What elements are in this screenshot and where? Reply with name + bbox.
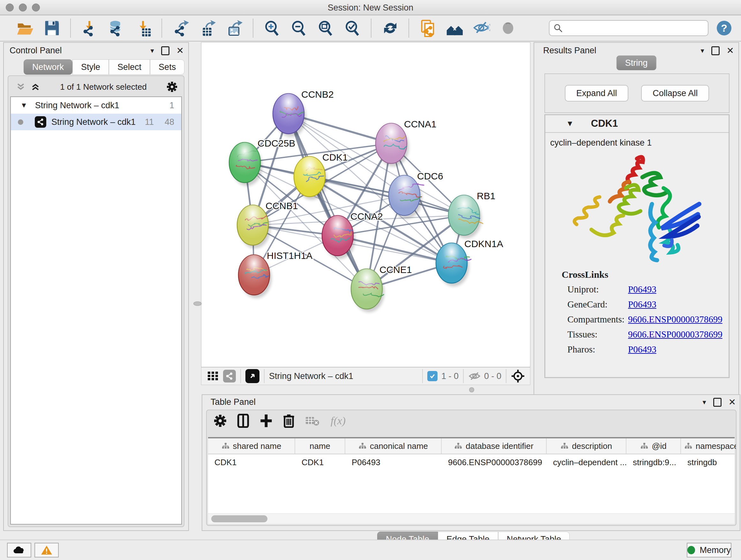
network-node-CCNB2[interactable] bbox=[273, 94, 306, 137]
collection-expander-icon[interactable]: ▼ bbox=[20, 101, 27, 110]
node-label-HIST1H1A: HIST1H1A bbox=[267, 250, 313, 261]
open-session-icon[interactable] bbox=[16, 19, 34, 37]
export-network-icon[interactable] bbox=[172, 19, 190, 37]
zoom-selected-icon[interactable] bbox=[343, 19, 361, 37]
table-row[interactable]: CDK1CDK1P064939606.ENSP00000378699cyclin… bbox=[208, 454, 735, 470]
results-panel-collapse-icon[interactable]: ▾ bbox=[700, 47, 704, 55]
collapse-all-button[interactable]: Collapse All bbox=[641, 85, 709, 102]
bottom-splitter-handle[interactable] bbox=[469, 387, 474, 392]
tab-style[interactable]: Style bbox=[72, 59, 109, 75]
search-box[interactable] bbox=[549, 20, 709, 36]
network-node-CCNA2[interactable] bbox=[322, 215, 355, 259]
node-label-CCNB1: CCNB1 bbox=[266, 200, 298, 211]
selected-checkbox-icon[interactable] bbox=[427, 371, 437, 381]
table-cell: CDK1 bbox=[208, 454, 295, 470]
column-header-description[interactable]: description bbox=[547, 438, 626, 454]
results-panel-close-icon[interactable]: ✕ bbox=[727, 45, 734, 56]
network-options-gear-icon[interactable] bbox=[166, 81, 178, 92]
expand-all-networks-icon[interactable] bbox=[30, 82, 40, 91]
network-node-count: 11 bbox=[145, 117, 154, 127]
string-home-icon[interactable] bbox=[446, 19, 463, 37]
import-network-icon[interactable] bbox=[80, 19, 98, 37]
card-expander-icon[interactable]: ▼ bbox=[566, 119, 574, 128]
node-label-CDC25B: CDC25B bbox=[258, 138, 295, 148]
table-cell: stringdb:9... bbox=[626, 454, 681, 470]
network-share-icon[interactable] bbox=[223, 370, 236, 382]
help-button[interactable]: ? bbox=[717, 21, 731, 36]
zoom-fit-icon[interactable] bbox=[317, 19, 334, 37]
column-header-namespace[interactable]: namespace bbox=[681, 438, 737, 454]
network-view-canvas[interactable]: CCNB2CCNA1CDC25BCDK1CDC6RB1CCNB1CCNA2CDK… bbox=[201, 42, 530, 367]
tab-sets[interactable]: Sets bbox=[150, 59, 185, 75]
refresh-layout-icon[interactable] bbox=[381, 19, 399, 37]
memory-button[interactable]: Memory bbox=[687, 543, 731, 557]
results-panel-float-icon[interactable] bbox=[711, 46, 720, 55]
node-result-card: ▼ CDK1 cyclin–dependent kinase 1 bbox=[544, 114, 730, 378]
table-horizontal-scrollbar[interactable] bbox=[208, 513, 735, 524]
fit-selected-crosshair-icon[interactable] bbox=[511, 369, 525, 383]
network-node-RB1[interactable] bbox=[448, 195, 483, 239]
scrollbar-thumb[interactable] bbox=[211, 515, 267, 522]
network-selected-summary: 1 of 1 Network selected bbox=[40, 82, 166, 92]
zoom-out-icon[interactable] bbox=[290, 19, 308, 37]
add-column-icon[interactable] bbox=[260, 414, 273, 428]
crosslink-row: Tissues:9606.ENSP00000378699 bbox=[545, 327, 729, 342]
control-panel-close-icon[interactable]: ✕ bbox=[177, 45, 184, 56]
network-node-CDKN1A[interactable] bbox=[436, 243, 471, 287]
cloud-button[interactable] bbox=[7, 543, 31, 557]
network-edge-CCNB2-CCNE1[interactable] bbox=[288, 114, 367, 289]
column-header-canonical-name[interactable]: canonical name bbox=[345, 438, 442, 454]
tab-network[interactable]: Network bbox=[23, 59, 72, 75]
table-settings-icon[interactable] bbox=[214, 415, 226, 427]
tab-string[interactable]: String bbox=[616, 56, 657, 70]
left-splitter-handle[interactable] bbox=[193, 301, 202, 306]
birdseye-view-icon[interactable] bbox=[246, 369, 259, 383]
network-node-CDK1[interactable] bbox=[294, 157, 327, 200]
expand-all-button[interactable]: Expand All bbox=[565, 85, 629, 102]
table-panel-float-icon[interactable] bbox=[713, 398, 722, 407]
control-panel-collapse-icon[interactable]: ▾ bbox=[150, 47, 154, 55]
network-node-CCNE1[interactable] bbox=[351, 269, 384, 312]
export-table-icon[interactable] bbox=[199, 19, 216, 37]
string-eye-icon[interactable] bbox=[499, 19, 517, 37]
table-panel-close-icon[interactable]: ✕ bbox=[729, 397, 736, 408]
column-header-shared-name[interactable]: shared name bbox=[208, 438, 295, 454]
import-network-database-icon[interactable] bbox=[107, 19, 125, 37]
network-row[interactable]: String Network – cdk1 11 48 bbox=[11, 114, 181, 130]
warnings-button[interactable] bbox=[35, 543, 59, 557]
column-header--id[interactable]: @id bbox=[626, 438, 681, 454]
cloud-icon bbox=[13, 546, 25, 555]
network-collection-row[interactable]: ▼ String Network – cdk1 1 bbox=[11, 97, 181, 114]
node-table[interactable]: shared namenamecanonical namedatabase id… bbox=[208, 437, 735, 524]
table-panel-collapse-icon[interactable]: ▾ bbox=[702, 398, 706, 407]
tab-select[interactable]: Select bbox=[109, 59, 150, 75]
delete-column-icon[interactable] bbox=[283, 414, 295, 428]
collapse-all-networks-icon[interactable] bbox=[16, 82, 25, 91]
network-edge-count: 48 bbox=[165, 117, 174, 127]
network-tree: ▼ String Network – cdk1 1 String Network… bbox=[10, 97, 182, 524]
column-header-name[interactable]: name bbox=[295, 438, 345, 454]
network-node-CDC6[interactable] bbox=[389, 175, 424, 219]
crosslink-link[interactable]: 9606.ENSP00000378699 bbox=[628, 314, 723, 325]
zoom-in-icon[interactable] bbox=[263, 19, 281, 37]
control-panel-float-icon[interactable] bbox=[161, 46, 170, 55]
crosslink-link[interactable]: P06493 bbox=[628, 299, 657, 310]
crosslink-link[interactable]: 9606.ENSP00000378699 bbox=[628, 329, 723, 340]
grid-view-icon[interactable] bbox=[207, 370, 219, 382]
table-cell: cyclin–dependent ... bbox=[547, 454, 626, 470]
crosslink-label: Uniprot: bbox=[567, 284, 628, 295]
export-image-icon[interactable] bbox=[225, 19, 243, 37]
hidden-eye-icon[interactable] bbox=[468, 371, 481, 381]
node-label-CCNE1: CCNE1 bbox=[380, 264, 412, 275]
save-session-icon[interactable] bbox=[43, 19, 61, 37]
column-header-database-identifier[interactable]: database identifier bbox=[442, 438, 547, 454]
network-node-CCNB1[interactable] bbox=[237, 205, 270, 248]
crosslink-link[interactable]: P06493 bbox=[628, 344, 657, 355]
import-table-icon[interactable] bbox=[134, 19, 152, 37]
network-node-HIST1H1A[interactable] bbox=[239, 255, 272, 298]
crosslink-link[interactable]: P06493 bbox=[628, 284, 657, 295]
string-screenshot-icon[interactable] bbox=[419, 19, 436, 37]
search-input[interactable] bbox=[566, 23, 704, 33]
string-hide-glyphs-icon[interactable] bbox=[472, 19, 490, 37]
show-columns-icon[interactable] bbox=[237, 414, 250, 428]
